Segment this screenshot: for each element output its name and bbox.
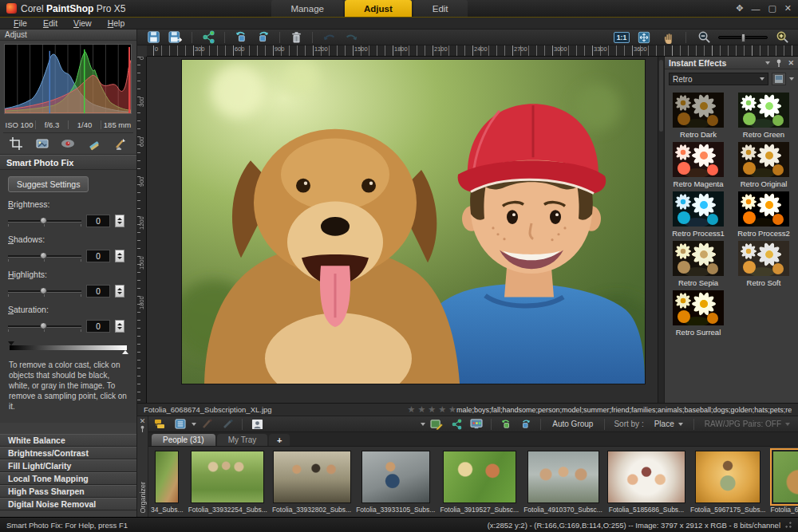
tab-edit[interactable]: Edit xyxy=(413,0,468,17)
slider-spinner[interactable] xyxy=(115,215,124,227)
folder-tree-button[interactable] xyxy=(152,417,169,431)
share-button[interactable] xyxy=(448,417,465,431)
adjustment-section-header[interactable]: Fill Light/Clarity xyxy=(0,459,136,472)
star-icon[interactable]: ★ xyxy=(408,405,416,414)
add-tray-button[interactable]: + xyxy=(269,434,290,446)
slider-track[interactable] xyxy=(8,252,81,260)
people-tag-button[interactable] xyxy=(248,417,266,431)
photo-thumbnail[interactable]: 34_Subs... xyxy=(151,451,184,514)
rotate-left-button[interactable] xyxy=(231,30,251,45)
star-icon[interactable]: ★ xyxy=(417,405,425,414)
effect-thumbnail[interactable]: Retro Surreal xyxy=(668,290,729,337)
slider-handle[interactable] xyxy=(40,217,47,224)
tray-tab-my-tray[interactable]: My Tray xyxy=(217,434,268,446)
tab-manage[interactable]: Manage xyxy=(271,0,343,17)
menu-item[interactable]: Help xyxy=(101,18,132,28)
color-cast-gradient[interactable] xyxy=(10,345,127,350)
effect-thumbnail[interactable]: Retro Green xyxy=(733,93,794,139)
slider-track[interactable] xyxy=(8,287,81,295)
photo-thumbnail-selected[interactable]: Fotolia_6068674_Sub... xyxy=(770,451,798,514)
spinner-up-icon[interactable] xyxy=(117,218,122,220)
photo-thumbnail[interactable]: Fotolia_33932254_Subs... xyxy=(188,451,267,514)
crop-tool-button[interactable] xyxy=(4,134,28,153)
chevron-down-icon[interactable] xyxy=(192,423,196,426)
sort-by-dropdown[interactable]: Place xyxy=(650,420,688,428)
slider-value-field[interactable]: 0 xyxy=(86,250,110,262)
effect-thumbnail[interactable]: Retro Soft xyxy=(733,241,794,287)
zoom-slider[interactable] xyxy=(718,36,768,39)
slider-handle[interactable] xyxy=(40,252,47,259)
effects-category-dropdown[interactable]: Retro xyxy=(669,73,768,85)
tray-tab-people[interactable]: People (31) xyxy=(152,434,215,446)
effect-thumbnail[interactable]: Retro Dark xyxy=(668,93,729,139)
spinner-down-icon[interactable] xyxy=(117,327,122,329)
zoom-in-button[interactable] xyxy=(772,30,792,45)
spinner-down-icon[interactable] xyxy=(117,292,122,294)
fit-window-button[interactable] xyxy=(634,30,654,45)
spinner-up-icon[interactable] xyxy=(117,288,122,290)
slider-value-field[interactable]: 0 xyxy=(86,320,110,333)
rating-stars[interactable]: ★★★★★ xyxy=(408,405,456,414)
pin-icon[interactable] xyxy=(140,425,145,432)
adjustment-section-header[interactable]: Brightness/Contrast xyxy=(0,447,136,459)
slider-spinner[interactable] xyxy=(115,285,124,298)
view-menu-button[interactable] xyxy=(172,417,189,431)
image-canvas[interactable] xyxy=(147,57,658,403)
makeover-tool-button[interactable] xyxy=(82,134,106,153)
arrange-icon[interactable]: ✥ xyxy=(736,3,743,14)
rotate-left-button[interactable] xyxy=(497,417,515,431)
tab-adjust[interactable]: Adjust xyxy=(345,0,412,17)
adjustment-section-header[interactable]: High Pass Sharpen xyxy=(0,485,136,498)
photo-thumbnail[interactable]: Fotolia_33933105_Subs... xyxy=(356,451,435,514)
zoom-slider-handle[interactable] xyxy=(741,33,745,42)
slider-spinner[interactable] xyxy=(115,250,124,262)
resize-grip-icon[interactable] xyxy=(785,522,792,528)
close-icon[interactable]: ✕ xyxy=(140,418,146,425)
slider-handle[interactable] xyxy=(40,322,47,329)
effect-thumbnail[interactable]: Retro Sepia xyxy=(668,241,729,287)
photo-thumbnail[interactable]: Fotolia_5185686_Subs... xyxy=(607,451,685,514)
photo-thumbnail[interactable]: Fotolia_3919527_Subsc... xyxy=(440,451,519,514)
pan-tool-button[interactable] xyxy=(658,30,678,45)
minimize-icon[interactable]: — xyxy=(751,4,760,14)
menu-item[interactable]: File xyxy=(6,18,34,28)
effect-thumbnail[interactable]: Retro Original xyxy=(733,142,794,188)
undo-button[interactable] xyxy=(319,30,338,45)
red-eye-tool-button[interactable] xyxy=(56,134,80,153)
slider-value-field[interactable]: 0 xyxy=(86,285,110,298)
effect-thumbnail[interactable]: Retro Process2 xyxy=(733,191,794,238)
suggest-settings-button[interactable]: Suggest Settings xyxy=(8,176,89,192)
star-icon[interactable]: ★ xyxy=(448,405,456,414)
actual-size-button[interactable]: 1:1 xyxy=(614,32,630,43)
spinner-down-icon[interactable] xyxy=(117,257,122,259)
slider-spinner[interactable] xyxy=(115,320,124,333)
slider-track[interactable] xyxy=(8,322,81,330)
slider-value-field[interactable]: 0 xyxy=(86,215,110,227)
adjustment-section-header[interactable]: Digital Noise Removal xyxy=(0,498,136,510)
star-icon[interactable]: ★ xyxy=(438,405,446,414)
brush-button[interactable] xyxy=(219,417,236,431)
spinner-up-icon[interactable] xyxy=(117,323,122,325)
delete-button[interactable] xyxy=(286,30,306,45)
straighten-tool-button[interactable] xyxy=(30,134,54,153)
effect-thumbnail[interactable]: Retro Magenta xyxy=(668,142,729,188)
menu-item[interactable]: View xyxy=(66,18,99,28)
menu-item[interactable]: Edit xyxy=(36,18,65,28)
adjustment-section-header[interactable]: Local Tone Mapping xyxy=(0,472,136,485)
map-photos-button[interactable] xyxy=(428,417,445,431)
paint-edit-button[interactable] xyxy=(199,417,216,431)
chevron-down-icon[interactable] xyxy=(765,61,770,65)
close-icon[interactable]: ✕ xyxy=(788,59,794,67)
canvas-vertical-scrollbar[interactable] xyxy=(658,57,664,403)
photo-boy-and-dog[interactable] xyxy=(182,60,645,384)
save-as-button[interactable] xyxy=(166,30,185,45)
auto-group-button[interactable]: Auto Group xyxy=(547,420,598,428)
maximize-icon[interactable]: ▢ xyxy=(768,3,776,14)
slideshow-button[interactable] xyxy=(468,417,485,431)
close-icon[interactable]: ✕ xyxy=(784,3,792,14)
slider-track[interactable] xyxy=(8,217,81,225)
photo-thumbnail[interactable]: Fotolia_33932802_Subs... xyxy=(272,451,351,514)
photo-thumbnail[interactable]: Fotolia_5967175_Subs... xyxy=(690,451,766,514)
star-icon[interactable]: ★ xyxy=(428,405,436,414)
save-button[interactable] xyxy=(144,30,163,45)
